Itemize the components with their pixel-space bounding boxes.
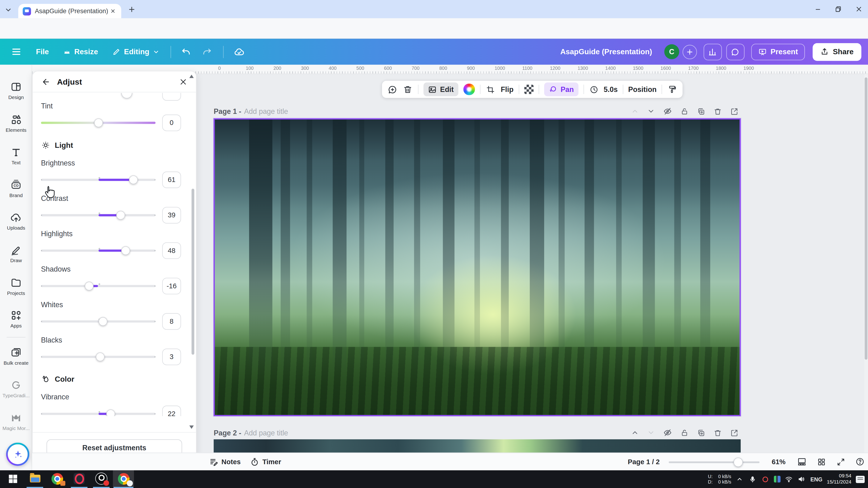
color-wheel-icon[interactable]: [463, 84, 474, 95]
shadows-value[interactable]: -16: [162, 278, 181, 294]
comment-plus-icon[interactable]: [387, 85, 398, 94]
window-close-button[interactable]: [850, 3, 867, 15]
contrast-value[interactable]: 39: [162, 207, 181, 224]
slider-knob[interactable]: [121, 246, 130, 255]
page-down-icon[interactable]: [647, 107, 655, 115]
zoom-level[interactable]: 61%: [772, 453, 786, 470]
sidebar-item-typegradi[interactable]: TypeGradi...: [0, 373, 32, 404]
hide-page-icon[interactable]: [663, 428, 672, 437]
panel-scroll-up-arrow[interactable]: [189, 75, 194, 78]
presenter-view-icon[interactable]: [796, 453, 807, 470]
app-tray-icon[interactable]: [774, 476, 780, 482]
slider-knob[interactable]: [85, 282, 94, 291]
slider-knob[interactable]: [129, 175, 138, 184]
zoom-slider-knob[interactable]: [734, 458, 743, 467]
account-avatar[interactable]: C: [664, 44, 679, 59]
tint-value[interactable]: 0: [162, 115, 181, 131]
sidebar-item-projects[interactable]: Projects: [0, 271, 32, 301]
duration-clock-icon[interactable]: [589, 85, 599, 94]
zoom-slider[interactable]: [669, 461, 760, 463]
page-up-icon[interactable]: [631, 429, 639, 436]
sidebar-item-bulkcreate[interactable]: Bulk create: [0, 340, 32, 371]
lock-page-icon[interactable]: [680, 429, 688, 437]
chrome-icon[interactable]: [46, 470, 67, 487]
tab-search-chevron-icon[interactable]: [3, 5, 13, 15]
duplicate-page-icon[interactable]: [697, 107, 705, 115]
wifi-icon[interactable]: [785, 475, 793, 483]
sidebar-item-design[interactable]: Design: [0, 75, 32, 106]
slider-knob[interactable]: [98, 317, 107, 326]
edit-image-button[interactable]: Edit: [423, 83, 458, 96]
slider-knob[interactable]: [96, 352, 104, 361]
file-explorer-icon[interactable]: [24, 470, 45, 487]
browser-tab[interactable]: AsapGuide (Presentation) - Pres: [18, 4, 121, 18]
slider-knob[interactable]: [116, 211, 125, 220]
duplicate-page-icon[interactable]: [697, 429, 705, 437]
chrome-active-icon[interactable]: [113, 470, 134, 487]
crop-icon[interactable]: [485, 85, 496, 94]
whites-value[interactable]: 8: [162, 313, 181, 330]
lock-page-icon[interactable]: [680, 107, 688, 115]
tint-slider[interactable]: [41, 118, 156, 129]
timer-button[interactable]: Timer: [250, 453, 281, 470]
close-panel-icon[interactable]: [179, 78, 187, 86]
back-arrow-icon[interactable]: [41, 77, 51, 86]
share-button[interactable]: Share: [813, 43, 861, 61]
page2-forest-image[interactable]: [214, 439, 741, 452]
start-button[interactable]: [2, 470, 23, 487]
notification-center-icon[interactable]: [856, 476, 865, 483]
brightness-slider[interactable]: [41, 174, 156, 185]
present-button[interactable]: Present: [751, 43, 805, 60]
sidebar-item-text[interactable]: Text: [0, 140, 32, 171]
scrollbar-thumb[interactable]: [865, 77, 868, 360]
pan-button[interactable]: Pan: [544, 83, 578, 96]
position-button[interactable]: Position: [628, 85, 656, 93]
notes-button[interactable]: Notes: [209, 453, 241, 470]
blacks-value[interactable]: 3: [162, 349, 181, 365]
panel-scrollbar-thumb[interactable]: [191, 189, 194, 355]
hide-page-icon[interactable]: [663, 107, 672, 116]
page-up-icon[interactable]: [631, 107, 639, 115]
delete-trash-icon[interactable]: [402, 85, 413, 94]
assistant-sparkle-button[interactable]: [6, 443, 30, 466]
language-indicator[interactable]: ENG: [810, 476, 823, 482]
sidebar-item-magicmor[interactable]: Magic Mor...: [0, 405, 32, 436]
page1-forest-image[interactable]: [214, 118, 741, 416]
sidebar-item-uploads[interactable]: Uploads: [0, 205, 32, 236]
obs-icon[interactable]: [91, 470, 112, 487]
canvas-scrollbar[interactable]: [864, 74, 868, 452]
delete-page-icon[interactable]: [714, 429, 722, 437]
page-down-icon[interactable]: [647, 429, 655, 436]
help-icon[interactable]: [854, 453, 865, 470]
panel-scroll-down-arrow[interactable]: [189, 426, 194, 429]
insights-chart-icon[interactable]: [704, 43, 722, 60]
vibrance-slider[interactable]: [41, 408, 156, 416]
whites-slider[interactable]: [41, 316, 156, 327]
page2-title-placeholder[interactable]: Add page title: [244, 429, 288, 437]
fullscreen-icon[interactable]: [835, 453, 846, 470]
redo-icon[interactable]: [202, 47, 212, 57]
add-member-icon[interactable]: [683, 44, 697, 59]
file-menu[interactable]: File: [36, 47, 49, 56]
brightness-value[interactable]: 61: [162, 172, 181, 188]
cropped-slider-knob[interactable]: [121, 93, 132, 98]
volume-icon[interactable]: [798, 475, 806, 483]
duration-value[interactable]: 5.0s: [603, 85, 618, 93]
sidebar-item-draw[interactable]: Draw: [0, 238, 32, 269]
highlights-value[interactable]: 48: [162, 242, 181, 259]
resize-menu[interactable]: Resize: [63, 47, 98, 56]
export-page-icon[interactable]: [730, 107, 739, 115]
hamburger-menu-icon[interactable]: [11, 46, 22, 57]
copy-style-roller-icon[interactable]: [667, 85, 678, 94]
design-title[interactable]: AsapGuide (Presentation): [560, 47, 652, 56]
window-minimize-button[interactable]: [809, 3, 826, 15]
export-page-icon[interactable]: [730, 429, 739, 437]
comments-icon[interactable]: [726, 43, 744, 60]
opera-icon[interactable]: [69, 470, 90, 487]
vibrance-value[interactable]: 22: [162, 405, 181, 416]
new-tab-button[interactable]: [127, 5, 136, 14]
delete-page-icon[interactable]: [714, 107, 722, 115]
undo-icon[interactable]: [181, 47, 191, 57]
blacks-slider[interactable]: [41, 351, 156, 362]
sidebar-item-apps[interactable]: Apps: [0, 303, 32, 334]
